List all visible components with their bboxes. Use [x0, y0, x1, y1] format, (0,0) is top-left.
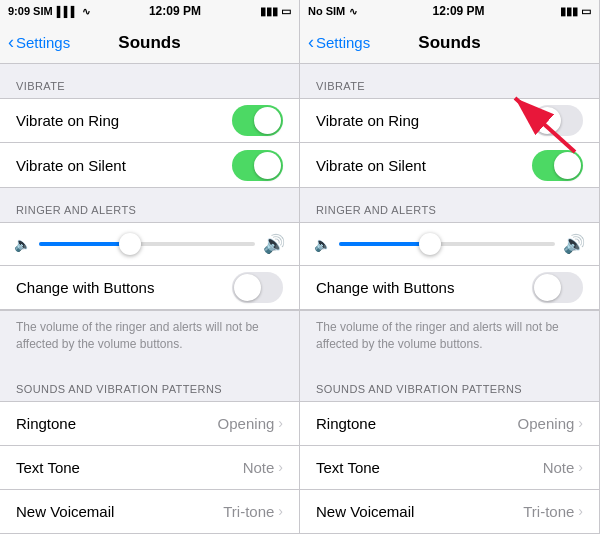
new-voicemail-row-right[interactable]: New Voicemail Tri-tone ›: [300, 490, 599, 534]
patterns-group-left: Ringtone Opening › Text Tone Note › New …: [0, 401, 299, 534]
vibrate-ring-row-left: Vibrate on Ring: [0, 99, 299, 143]
toggle-thumb: [534, 107, 561, 134]
wifi-icon-left: ∿: [82, 6, 90, 17]
patterns-header-left: SOUNDS AND VIBRATION PATTERNS: [0, 367, 299, 401]
chevron-icon: ›: [278, 459, 283, 475]
patterns-group-right: Ringtone Opening › Text Tone Note › New …: [300, 401, 599, 534]
ringer-section-right: 🔈 🔊 Change with Buttons: [300, 222, 599, 311]
toggle-thumb: [554, 152, 581, 179]
chevron-icon: ›: [578, 503, 583, 519]
vibrate-header-left: VIBRATE: [0, 64, 299, 98]
new-voicemail-row-left[interactable]: New Voicemail Tri-tone ›: [0, 490, 299, 534]
chevron-icon: ›: [578, 415, 583, 431]
vibrate-ring-label-left: Vibrate on Ring: [16, 112, 119, 129]
text-tone-row-right[interactable]: Text Tone Note ›: [300, 446, 599, 490]
right-panel: No SIM ∿ 12:09 PM ▮▮▮ ▭ ‹ Settings Sound…: [300, 0, 600, 534]
chevron-icon: ›: [578, 459, 583, 475]
right-panel-wrapper: No SIM ∿ 12:09 PM ▮▮▮ ▭ ‹ Settings Sound…: [300, 0, 600, 534]
vibrate-silent-label-right: Vibrate on Silent: [316, 157, 426, 174]
vibrate-silent-toggle-right[interactable]: [532, 150, 583, 181]
patterns-header-right: SOUNDS AND VIBRATION PATTERNS: [300, 367, 599, 401]
ringer-header-right: RINGER AND ALERTS: [300, 188, 599, 222]
toggle-thumb: [254, 107, 281, 134]
content-right: VIBRATE Vibrate on Ring Vibrate on Silen…: [300, 64, 599, 534]
change-buttons-label-right: Change with Buttons: [316, 279, 454, 296]
vibrate-header-right: VIBRATE: [300, 64, 599, 98]
toggle-thumb: [234, 274, 261, 301]
vibrate-silent-row-left: Vibrate on Silent: [0, 143, 299, 187]
time-left: 12:09 PM: [149, 4, 201, 18]
change-buttons-row-left: Change with Buttons: [0, 266, 299, 310]
volume-high-icon-left: 🔊: [263, 233, 285, 255]
description-right: The volume of the ringer and alerts will…: [300, 311, 599, 367]
back-label-left: Settings: [16, 34, 70, 51]
volume-low-icon-left: 🔈: [14, 236, 31, 252]
carrier-left: 9:09 SIM: [8, 5, 53, 17]
vibrate-ring-row-right: Vibrate on Ring: [300, 99, 599, 143]
signal-bars-left: ▌▌▌: [57, 6, 78, 17]
nav-bar-left: ‹ Settings Sounds: [0, 22, 299, 64]
slider-track-left[interactable]: [39, 242, 255, 246]
back-label-right: Settings: [316, 34, 370, 51]
slider-track-right[interactable]: [339, 242, 555, 246]
chevron-icon: ›: [278, 415, 283, 431]
left-panel: 9:09 SIM ▌▌▌ ∿ 12:09 PM ▮▮▮ ▭ ‹ Settings…: [0, 0, 300, 534]
back-chevron-left: ‹: [8, 33, 14, 51]
vibrate-ring-label-right: Vibrate on Ring: [316, 112, 419, 129]
carrier-right: No SIM: [308, 5, 345, 17]
slider-fill-left: [39, 242, 130, 246]
slider-thumb-left: [119, 233, 141, 255]
back-button-right[interactable]: ‹ Settings: [308, 34, 370, 51]
slider-thumb-right: [419, 233, 441, 255]
content-left: VIBRATE Vibrate on Ring Vibrate on Silen…: [0, 64, 299, 534]
time-right: 12:09 PM: [433, 4, 485, 18]
toggle-thumb: [254, 152, 281, 179]
status-bar-right: No SIM ∿ 12:09 PM ▮▮▮ ▭: [300, 0, 599, 22]
slider-fill-right: [339, 242, 430, 246]
description-left: The volume of the ringer and alerts will…: [0, 311, 299, 367]
volume-low-icon-right: 🔈: [314, 236, 331, 252]
text-tone-row-left[interactable]: Text Tone Note ›: [0, 446, 299, 490]
nav-title-right: Sounds: [418, 33, 480, 53]
slider-row-left: 🔈 🔊: [0, 223, 299, 266]
nav-title-left: Sounds: [118, 33, 180, 53]
ringer-header-left: RINGER AND ALERTS: [0, 188, 299, 222]
change-buttons-toggle-left[interactable]: [232, 272, 283, 303]
nav-bar-right: ‹ Settings Sounds: [300, 22, 599, 64]
ringtone-row-right[interactable]: Ringtone Opening ›: [300, 402, 599, 446]
ringer-section-left: 🔈 🔊 Change with Buttons: [0, 222, 299, 311]
vibrate-silent-toggle-left[interactable]: [232, 150, 283, 181]
change-buttons-row-right: Change with Buttons: [300, 266, 599, 310]
chevron-icon: ›: [278, 503, 283, 519]
battery-icon-right: ▮▮▮ ▭: [560, 5, 591, 18]
toggle-thumb: [534, 274, 561, 301]
wifi-icon-right: ∿: [349, 6, 357, 17]
status-bar-left: 9:09 SIM ▌▌▌ ∿ 12:09 PM ▮▮▮ ▭: [0, 0, 299, 22]
back-chevron-right: ‹: [308, 33, 314, 51]
vibrate-silent-label-left: Vibrate on Silent: [16, 157, 126, 174]
battery-icon-left: ▮▮▮ ▭: [260, 5, 291, 18]
vibrate-ring-toggle-left[interactable]: [232, 105, 283, 136]
vibrate-ring-toggle-right[interactable]: [532, 105, 583, 136]
change-buttons-toggle-right[interactable]: [532, 272, 583, 303]
ringtone-row-left[interactable]: Ringtone Opening ›: [0, 402, 299, 446]
back-button-left[interactable]: ‹ Settings: [8, 34, 70, 51]
vibrate-group-left: Vibrate on Ring Vibrate on Silent: [0, 98, 299, 188]
change-buttons-label-left: Change with Buttons: [16, 279, 154, 296]
vibrate-group-right: Vibrate on Ring Vibrate on Silent: [300, 98, 599, 188]
volume-high-icon-right: 🔊: [563, 233, 585, 255]
slider-row-right: 🔈 🔊: [300, 223, 599, 266]
vibrate-silent-row-right: Vibrate on Silent: [300, 143, 599, 187]
